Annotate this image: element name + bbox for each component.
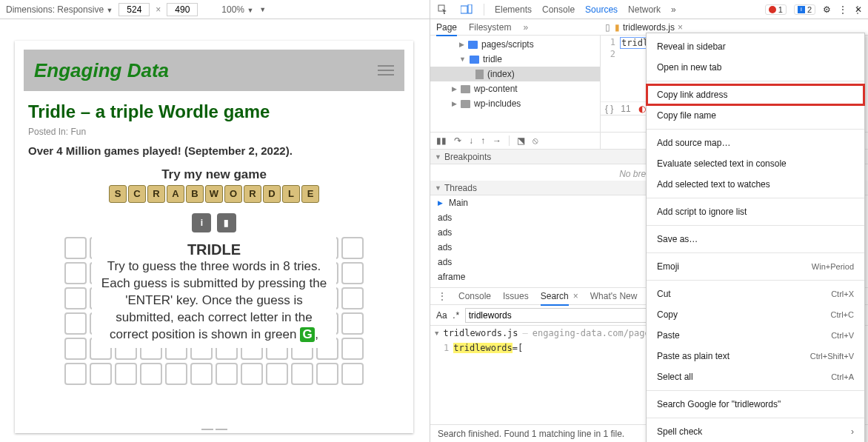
- inspect-icon[interactable]: [436, 3, 450, 16]
- ctx-add-watches[interactable]: Add selected text to watches: [647, 174, 864, 195]
- regex-icon[interactable]: .*: [453, 310, 459, 321]
- ctx-copy-link-address[interactable]: Copy link address: [647, 84, 864, 105]
- close-devtools-icon[interactable]: ✕: [855, 4, 862, 15]
- sources-filesystem-tab[interactable]: Filesystem: [469, 22, 511, 33]
- svg-rect-2: [468, 4, 472, 13]
- context-menu: Reveal in sidebar Open in new tab Copy l…: [646, 33, 865, 442]
- snippet-icon: ▯: [605, 22, 610, 33]
- ctx-save-as[interactable]: Save as…: [647, 229, 864, 250]
- zoom-dropdown[interactable]: 100% ▼: [221, 4, 253, 15]
- device-preview: Engaging Data Tridle – a triple Wordle g…: [15, 41, 413, 433]
- info-icon[interactable]: i: [192, 213, 211, 232]
- ctx-copy[interactable]: CopyCtrl+C: [647, 304, 864, 325]
- tree-index[interactable]: (index): [430, 67, 600, 81]
- close-search-icon[interactable]: ×: [573, 291, 578, 301]
- tab-network[interactable]: Network: [628, 4, 661, 15]
- drawer-console-tab[interactable]: Console: [458, 291, 491, 301]
- game-grids: TRIDLE Try to guess the three words in 8…: [15, 237, 413, 385]
- drawer-whatsnew-tab[interactable]: What's New: [590, 291, 638, 301]
- hamburger-icon[interactable]: [378, 65, 394, 76]
- scrabwordle-tiles[interactable]: SCRABWORDLE: [15, 185, 413, 203]
- step-over-icon[interactable]: ↷: [454, 135, 461, 146]
- device-toggle-icon[interactable]: [460, 3, 473, 16]
- pause-exceptions-icon[interactable]: ⦸: [533, 135, 538, 146]
- match-case-icon[interactable]: Aa: [436, 310, 447, 321]
- height-input[interactable]: [167, 3, 198, 16]
- resize-handle-icon[interactable]: [199, 429, 229, 432]
- file-tab[interactable]: ▮tridlewords.js ×: [615, 22, 683, 33]
- settings-gear-icon[interactable]: ⚙: [823, 4, 831, 15]
- errors-badge[interactable]: 1: [765, 4, 787, 15]
- stats-icon[interactable]: ▮: [217, 213, 236, 232]
- ctx-spell-check[interactable]: Spell check: [647, 421, 864, 442]
- ctx-emoji[interactable]: EmojiWin+Period: [647, 256, 864, 277]
- step-into-icon[interactable]: ↓: [469, 135, 473, 146]
- ctx-select-all[interactable]: Select allCtrl+A: [647, 366, 864, 387]
- ctx-ignore-list[interactable]: Add script to ignore list: [647, 201, 864, 222]
- ctx-cut[interactable]: CutCtrl+X: [647, 284, 864, 304]
- site-title[interactable]: Engaging Data: [34, 59, 169, 82]
- deactivate-breakpoints-icon[interactable]: ⬔: [517, 135, 525, 146]
- instructions-overlay: TRIDLE Try to guess the three words in 8…: [92, 237, 336, 348]
- drawer-issues-tab[interactable]: Issues: [503, 291, 529, 301]
- sources-page-tab[interactable]: Page: [436, 22, 457, 33]
- ctx-evaluate-console[interactable]: Evaluate selected text in console: [647, 153, 864, 174]
- tab-console[interactable]: Console: [542, 4, 575, 15]
- try-new-game: Try my new game: [15, 167, 413, 182]
- article-title: Tridle – a triple Wordle game: [28, 101, 400, 122]
- tabs-more-icon[interactable]: »: [671, 4, 676, 15]
- milestone-text: Over 4 Million games played! (September …: [28, 144, 400, 157]
- ctx-search-google[interactable]: Search Google for "tridlewords": [647, 394, 864, 415]
- tab-elements[interactable]: Elements: [495, 4, 532, 15]
- tab-sources[interactable]: Sources: [585, 4, 618, 15]
- coverage-icon[interactable]: ◐: [638, 104, 646, 114]
- step-icon[interactable]: →: [493, 135, 501, 146]
- pause-icon[interactable]: ▮▮: [436, 135, 447, 146]
- dimension-x: ×: [156, 4, 161, 15]
- ctx-reveal-sidebar[interactable]: Reveal in sidebar: [647, 36, 864, 57]
- svg-rect-1: [461, 6, 467, 13]
- throttling-dropdown[interactable]: ▼: [259, 6, 266, 13]
- ctx-paste[interactable]: PasteCtrl+V: [647, 325, 864, 346]
- site-header: Engaging Data: [24, 50, 404, 91]
- ctx-paste-plain[interactable]: Paste as plain textCtrl+Shift+V: [647, 346, 864, 366]
- sources-more-icon[interactable]: »: [523, 22, 528, 33]
- ctx-open-new-tab[interactable]: Open in new tab: [647, 57, 864, 78]
- messages-badge[interactable]: i2: [794, 4, 815, 15]
- drawer-search-tab[interactable]: Search: [541, 291, 569, 301]
- dimensions-dropdown[interactable]: Dimensions: Responsive ▼: [6, 4, 113, 15]
- pretty-print-icon[interactable]: { }: [605, 104, 613, 114]
- devtools-more-icon[interactable]: ⋮: [838, 4, 847, 15]
- step-out-icon[interactable]: ↑: [481, 135, 485, 146]
- posted-in: Posted In: Fun: [28, 127, 400, 137]
- drawer-more-icon[interactable]: ⋮: [438, 291, 447, 301]
- ctx-copy-file-name[interactable]: Copy file name: [647, 105, 864, 126]
- close-file-icon[interactable]: ×: [678, 22, 683, 33]
- ctx-add-source-map[interactable]: Add source map…: [647, 133, 864, 153]
- width-input[interactable]: [118, 3, 150, 16]
